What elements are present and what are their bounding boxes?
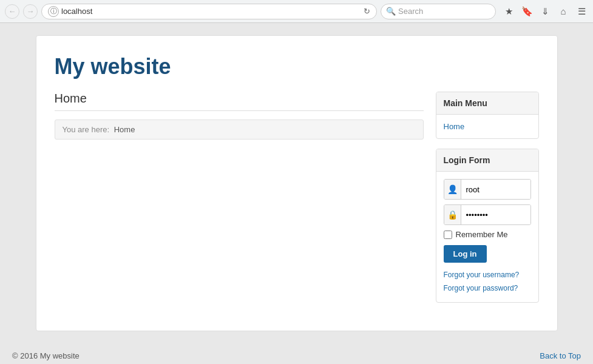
password-field-container: 🔒 <box>444 204 531 225</box>
breadcrumb-label: You are here: <box>63 125 110 134</box>
page-heading: Home <box>55 92 424 111</box>
url-bar[interactable]: ⓘ localhost ↻ <box>41 4 377 19</box>
bookmarks-icon[interactable]: 🔖 <box>520 5 534 18</box>
url-text: localhost <box>61 7 361 16</box>
page-wrapper: My website Home You are here: Home Main … <box>0 23 593 343</box>
sidebar: Main Menu Home Login Form 👤 <box>436 92 539 312</box>
content-card: My website Home You are here: Home Main … <box>36 35 558 331</box>
back-to-top-link[interactable]: Back to Top <box>540 351 581 360</box>
site-info-icon[interactable]: ⓘ <box>48 6 59 17</box>
search-placeholder: Search <box>398 7 423 16</box>
login-button[interactable]: Log in <box>444 245 487 263</box>
username-input[interactable] <box>461 180 531 199</box>
back-button[interactable]: ← <box>5 4 19 19</box>
lock-icon: 🔒 <box>444 205 461 224</box>
login-form-content: 👤 🔒 Remember Me <box>436 172 538 302</box>
remember-me-checkbox[interactable] <box>444 231 452 239</box>
forgot-username-link[interactable]: Forgot your username? <box>444 269 531 282</box>
site-title: My website <box>55 54 539 79</box>
main-menu-module: Main Menu Home <box>436 92 539 139</box>
page-footer: © 2016 My website Back to Top <box>0 343 593 364</box>
login-form-module: Login Form 👤 🔒 <box>436 149 539 303</box>
content-layout: Home You are here: Home Main Menu Home <box>55 92 539 312</box>
login-form-title: Login Form <box>436 149 538 172</box>
remember-me-row: Remember Me <box>444 230 531 239</box>
main-menu-title: Main Menu <box>436 92 538 115</box>
breadcrumb: You are here: Home <box>55 120 424 140</box>
reload-icon[interactable]: ↻ <box>364 7 370 16</box>
home-icon[interactable]: ⌂ <box>557 5 570 18</box>
copyright-text: © 2016 My website <box>12 351 80 360</box>
remember-me-label: Remember Me <box>456 230 508 239</box>
browser-toolbar: ★ 🔖 ⇓ ⌂ ☰ <box>502 5 588 18</box>
search-bar[interactable]: 🔍 Search <box>381 4 496 19</box>
username-field-container: 👤 <box>444 179 531 200</box>
forgot-links: Forgot your username? Forgot your passwo… <box>444 269 531 295</box>
browser-chrome: ← → ⓘ localhost ↻ 🔍 Search ★ 🔖 ⇓ ⌂ ☰ <box>0 0 593 23</box>
main-menu-content: Home <box>436 115 538 138</box>
menu-icon[interactable]: ☰ <box>575 5 588 18</box>
download-icon[interactable]: ⇓ <box>538 5 552 18</box>
sidebar-item-home[interactable]: Home <box>444 121 531 132</box>
forward-button[interactable]: → <box>23 4 38 19</box>
password-input[interactable] <box>461 205 531 224</box>
search-icon: 🔍 <box>386 7 396 16</box>
user-icon: 👤 <box>444 180 461 199</box>
bookmark-star-icon[interactable]: ★ <box>502 5 515 18</box>
forgot-password-link[interactable]: Forgot your password? <box>444 282 531 295</box>
breadcrumb-current: Home <box>114 125 135 134</box>
main-content: Home You are here: Home <box>55 92 424 312</box>
